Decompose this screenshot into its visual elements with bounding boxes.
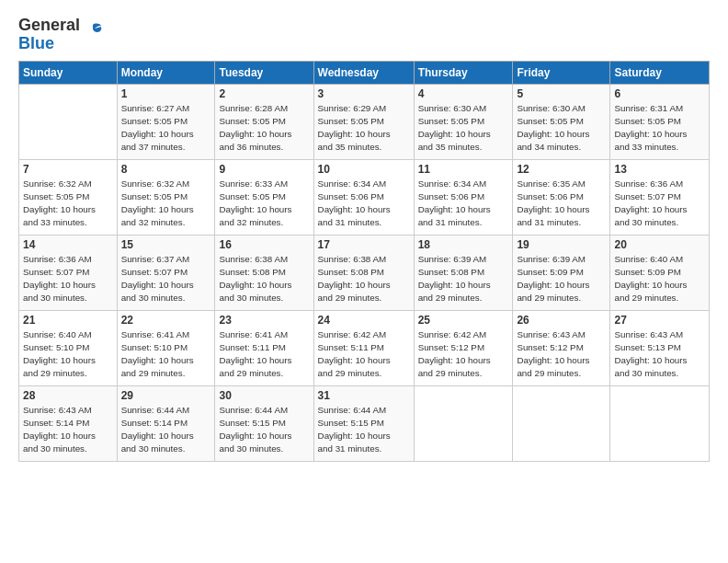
calendar-cell: 27Sunrise: 6:43 AMSunset: 5:13 PMDayligh… [610,310,710,385]
calendar-cell: 30Sunrise: 6:44 AMSunset: 5:15 PMDayligh… [215,385,313,461]
day-info: Sunrise: 6:44 AMSunset: 5:15 PMDaylight:… [318,404,410,456]
day-info: Sunrise: 6:42 AMSunset: 5:11 PMDaylight:… [318,328,410,381]
day-info: Sunrise: 6:29 AMSunset: 5:05 PMDaylight:… [318,102,410,155]
day-number: 27 [614,314,705,327]
day-info: Sunrise: 6:37 AMSunset: 5:07 PMDaylight:… [121,253,211,305]
day-number: 5 [517,87,606,100]
day-info: Sunrise: 6:34 AMSunset: 5:06 PMDaylight:… [418,178,509,230]
calendar-cell: 2Sunrise: 6:28 AMSunset: 5:05 PMDaylight… [215,84,313,159]
week-row-3: 21Sunrise: 6:40 AMSunset: 5:10 PMDayligh… [19,310,710,385]
day-number: 16 [219,238,309,251]
calendar-cell: 15Sunrise: 6:37 AMSunset: 5:07 PMDayligh… [117,235,215,310]
day-number: 6 [614,87,705,100]
calendar-cell: 20Sunrise: 6:40 AMSunset: 5:09 PMDayligh… [610,235,710,310]
day-number: 4 [418,87,509,100]
calendar-cell: 10Sunrise: 6:34 AMSunset: 5:06 PMDayligh… [313,159,414,235]
week-row-0: 1Sunrise: 6:27 AMSunset: 5:05 PMDaylight… [19,84,710,159]
logo-text: General Blue [18,17,80,53]
header-wednesday: Wednesday [313,61,414,84]
day-number: 21 [23,314,113,327]
calendar-cell: 14Sunrise: 6:36 AMSunset: 5:07 PMDayligh… [19,235,118,310]
week-row-1: 7Sunrise: 6:32 AMSunset: 5:05 PMDaylight… [19,159,710,235]
calendar-cell: 16Sunrise: 6:38 AMSunset: 5:08 PMDayligh… [215,235,313,310]
header-monday: Monday [117,61,215,84]
day-info: Sunrise: 6:40 AMSunset: 5:09 PMDaylight:… [614,253,705,305]
day-info: Sunrise: 6:36 AMSunset: 5:07 PMDaylight:… [23,253,113,305]
calendar-cell: 11Sunrise: 6:34 AMSunset: 5:06 PMDayligh… [414,159,513,235]
day-info: Sunrise: 6:41 AMSunset: 5:11 PMDaylight:… [219,328,309,381]
day-number: 26 [517,314,606,327]
calendar-cell: 7Sunrise: 6:32 AMSunset: 5:05 PMDaylight… [19,159,118,235]
logo: General Blue [18,17,104,53]
calendar-cell: 4Sunrise: 6:30 AMSunset: 5:05 PMDaylight… [414,84,513,159]
day-number: 25 [418,314,509,327]
day-info: Sunrise: 6:40 AMSunset: 5:10 PMDaylight:… [23,328,113,381]
day-info: Sunrise: 6:42 AMSunset: 5:12 PMDaylight:… [418,328,509,381]
calendar-cell [610,385,710,461]
week-row-2: 14Sunrise: 6:36 AMSunset: 5:07 PMDayligh… [19,235,710,310]
day-number: 1 [121,87,211,100]
day-info: Sunrise: 6:44 AMSunset: 5:14 PMDaylight:… [121,404,211,456]
day-info: Sunrise: 6:43 AMSunset: 5:12 PMDaylight:… [517,328,606,381]
day-number: 18 [418,238,509,251]
day-number: 2 [219,87,309,100]
calendar-cell: 1Sunrise: 6:27 AMSunset: 5:05 PMDaylight… [117,84,215,159]
day-info: Sunrise: 6:35 AMSunset: 5:06 PMDaylight:… [517,178,606,230]
calendar-cell: 5Sunrise: 6:30 AMSunset: 5:05 PMDaylight… [513,84,610,159]
day-info: Sunrise: 6:36 AMSunset: 5:07 PMDaylight:… [614,178,705,230]
calendar-cell: 24Sunrise: 6:42 AMSunset: 5:11 PMDayligh… [313,310,414,385]
day-number: 10 [318,163,410,176]
calendar-cell: 9Sunrise: 6:33 AMSunset: 5:05 PMDaylight… [215,159,313,235]
calendar-cell: 21Sunrise: 6:40 AMSunset: 5:10 PMDayligh… [19,310,118,385]
calendar-cell: 6Sunrise: 6:31 AMSunset: 5:05 PMDaylight… [610,84,710,159]
calendar-cell: 25Sunrise: 6:42 AMSunset: 5:12 PMDayligh… [414,310,513,385]
calendar-cell: 29Sunrise: 6:44 AMSunset: 5:14 PMDayligh… [117,385,215,461]
page: General Blue SundayMondayTuesdayWednesda… [0,0,728,471]
day-number: 29 [121,389,211,402]
day-number: 11 [418,163,509,176]
day-info: Sunrise: 6:38 AMSunset: 5:08 PMDaylight:… [219,253,309,305]
logo-blue: Blue [18,34,54,52]
calendar-cell: 18Sunrise: 6:39 AMSunset: 5:08 PMDayligh… [414,235,513,310]
day-number: 9 [219,163,309,176]
day-number: 13 [614,163,705,176]
calendar-cell [414,385,513,461]
day-info: Sunrise: 6:39 AMSunset: 5:09 PMDaylight:… [517,253,606,305]
day-info: Sunrise: 6:34 AMSunset: 5:06 PMDaylight:… [318,178,410,230]
day-number: 12 [517,163,606,176]
header-tuesday: Tuesday [215,61,313,84]
day-number: 23 [219,314,309,327]
day-number: 28 [23,389,113,402]
day-number: 30 [219,389,309,402]
header-thursday: Thursday [414,61,513,84]
day-info: Sunrise: 6:39 AMSunset: 5:08 PMDaylight:… [418,253,509,305]
day-number: 20 [614,238,705,251]
day-number: 7 [23,163,113,176]
day-number: 24 [318,314,410,327]
day-number: 8 [121,163,211,176]
day-number: 14 [23,238,113,251]
calendar-cell: 8Sunrise: 6:32 AMSunset: 5:05 PMDaylight… [117,159,215,235]
day-info: Sunrise: 6:33 AMSunset: 5:05 PMDaylight:… [219,178,309,230]
day-info: Sunrise: 6:38 AMSunset: 5:08 PMDaylight:… [318,253,410,305]
calendar-cell: 26Sunrise: 6:43 AMSunset: 5:12 PMDayligh… [513,310,610,385]
day-number: 19 [517,238,606,251]
day-number: 3 [318,87,410,100]
header: General Blue [18,17,710,53]
calendar-cell: 22Sunrise: 6:41 AMSunset: 5:10 PMDayligh… [117,310,215,385]
calendar-cell: 23Sunrise: 6:41 AMSunset: 5:11 PMDayligh… [215,310,313,385]
week-row-4: 28Sunrise: 6:43 AMSunset: 5:14 PMDayligh… [19,385,710,461]
day-info: Sunrise: 6:32 AMSunset: 5:05 PMDaylight:… [23,178,113,230]
day-info: Sunrise: 6:43 AMSunset: 5:13 PMDaylight:… [614,328,705,381]
day-number: 31 [318,389,410,402]
calendar-cell: 13Sunrise: 6:36 AMSunset: 5:07 PMDayligh… [610,159,710,235]
day-info: Sunrise: 6:43 AMSunset: 5:14 PMDaylight:… [23,404,113,456]
logo-bird-icon [84,21,104,41]
header-friday: Friday [513,61,610,84]
calendar-cell: 3Sunrise: 6:29 AMSunset: 5:05 PMDaylight… [313,84,414,159]
day-number: 22 [121,314,211,327]
calendar-cell: 31Sunrise: 6:44 AMSunset: 5:15 PMDayligh… [313,385,414,461]
header-saturday: Saturday [610,61,710,84]
calendar-cell: 19Sunrise: 6:39 AMSunset: 5:09 PMDayligh… [513,235,610,310]
header-sunday: Sunday [19,61,118,84]
